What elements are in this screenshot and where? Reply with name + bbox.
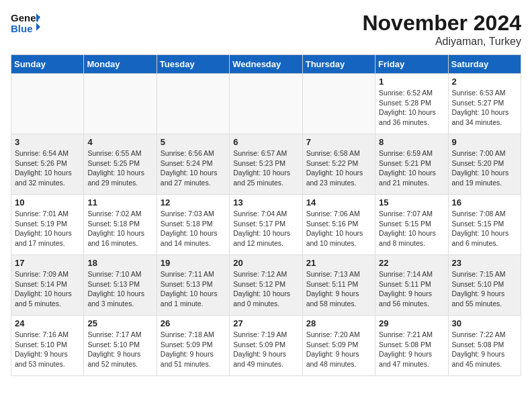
svg-text:Blue: Blue <box>11 23 33 34</box>
day-info: Sunrise: 7:09 AM Sunset: 5:14 PM Dayligh… <box>15 269 80 309</box>
day-info: Sunrise: 6:54 AM Sunset: 5:26 PM Dayligh… <box>15 148 80 188</box>
weekday-header-tuesday: Tuesday <box>157 55 229 74</box>
day-number: 22 <box>379 258 444 268</box>
day-info: Sunrise: 6:52 AM Sunset: 5:28 PM Dayligh… <box>379 88 444 128</box>
day-number: 27 <box>233 318 298 328</box>
calendar-cell: 7Sunrise: 6:58 AM Sunset: 5:22 PM Daylig… <box>302 134 375 195</box>
day-number: 16 <box>452 197 517 208</box>
day-info: Sunrise: 7:07 AM Sunset: 5:15 PM Dayligh… <box>379 209 444 248</box>
day-info: Sunrise: 7:19 AM Sunset: 5:09 PM Dayligh… <box>233 330 298 369</box>
day-info: Sunrise: 7:02 AM Sunset: 5:18 PM Dayligh… <box>87 209 152 248</box>
calendar-cell: 30Sunrise: 7:22 AM Sunset: 5:08 PM Dayli… <box>448 316 521 376</box>
day-number: 3 <box>15 137 80 147</box>
day-info: Sunrise: 7:03 AM Sunset: 5:18 PM Dayligh… <box>161 209 226 248</box>
day-info: Sunrise: 7:11 AM Sunset: 5:13 PM Dayligh… <box>161 269 226 309</box>
calendar-cell <box>157 74 229 134</box>
week-row-2: 3Sunrise: 6:54 AM Sunset: 5:26 PM Daylig… <box>11 134 521 195</box>
weekday-header-friday: Friday <box>375 55 448 74</box>
day-number: 7 <box>306 137 371 147</box>
calendar-table: SundayMondayTuesdayWednesdayThursdayFrid… <box>11 54 521 376</box>
calendar-cell <box>84 74 157 134</box>
svg-marker-3 <box>36 23 40 31</box>
calendar-cell: 26Sunrise: 7:18 AM Sunset: 5:09 PM Dayli… <box>157 316 229 376</box>
calendar-cell: 8Sunrise: 6:59 AM Sunset: 5:21 PM Daylig… <box>375 134 448 195</box>
title-area: November 2024 Adiyaman, Turkey <box>362 11 521 48</box>
day-info: Sunrise: 7:18 AM Sunset: 5:09 PM Dayligh… <box>161 330 226 369</box>
svg-text:General: General <box>11 12 40 24</box>
day-number: 1 <box>379 77 444 87</box>
day-number: 14 <box>306 197 371 208</box>
calendar-cell: 3Sunrise: 6:54 AM Sunset: 5:26 PM Daylig… <box>11 134 84 195</box>
calendar-cell: 28Sunrise: 7:20 AM Sunset: 5:09 PM Dayli… <box>302 316 375 376</box>
day-number: 6 <box>233 137 298 147</box>
day-info: Sunrise: 6:58 AM Sunset: 5:22 PM Dayligh… <box>306 148 371 188</box>
day-info: Sunrise: 7:01 AM Sunset: 5:19 PM Dayligh… <box>15 209 80 248</box>
calendar-cell: 10Sunrise: 7:01 AM Sunset: 5:19 PM Dayli… <box>11 195 84 255</box>
calendar-cell: 9Sunrise: 7:00 AM Sunset: 5:20 PM Daylig… <box>448 134 521 195</box>
day-number: 26 <box>161 318 226 328</box>
week-row-1: 1Sunrise: 6:52 AM Sunset: 5:28 PM Daylig… <box>11 74 521 134</box>
calendar-cell: 12Sunrise: 7:03 AM Sunset: 5:18 PM Dayli… <box>157 195 229 255</box>
calendar-cell: 6Sunrise: 6:57 AM Sunset: 5:23 PM Daylig… <box>230 134 302 195</box>
week-row-5: 24Sunrise: 7:16 AM Sunset: 5:10 PM Dayli… <box>11 316 521 376</box>
weekday-header-wednesday: Wednesday <box>230 55 302 74</box>
calendar-cell: 29Sunrise: 7:21 AM Sunset: 5:08 PM Dayli… <box>375 316 448 376</box>
day-number: 28 <box>306 318 371 328</box>
day-number: 25 <box>87 318 152 328</box>
calendar-cell <box>302 74 375 134</box>
calendar-cell: 27Sunrise: 7:19 AM Sunset: 5:09 PM Dayli… <box>230 316 302 376</box>
day-number: 11 <box>87 197 152 208</box>
calendar-cell: 1Sunrise: 6:52 AM Sunset: 5:28 PM Daylig… <box>375 74 448 134</box>
calendar-cell: 24Sunrise: 7:16 AM Sunset: 5:10 PM Dayli… <box>11 316 84 376</box>
day-info: Sunrise: 6:57 AM Sunset: 5:23 PM Dayligh… <box>233 148 298 188</box>
day-number: 19 <box>161 258 226 268</box>
day-number: 23 <box>452 258 517 268</box>
day-number: 18 <box>87 258 152 268</box>
day-info: Sunrise: 7:13 AM Sunset: 5:11 PM Dayligh… <box>306 269 371 309</box>
weekday-header-monday: Monday <box>84 55 157 74</box>
weekday-header-row: SundayMondayTuesdayWednesdayThursdayFrid… <box>11 55 521 74</box>
day-number: 21 <box>306 258 371 268</box>
day-number: 17 <box>15 258 80 268</box>
day-number: 13 <box>233 197 298 208</box>
day-info: Sunrise: 7:22 AM Sunset: 5:08 PM Dayligh… <box>452 330 517 369</box>
day-info: Sunrise: 7:08 AM Sunset: 5:15 PM Dayligh… <box>452 209 517 248</box>
day-number: 15 <box>379 197 444 208</box>
weekday-header-saturday: Saturday <box>448 55 521 74</box>
weekday-header-thursday: Thursday <box>302 55 375 74</box>
page-header: General Blue November 2024 Adiyaman, Tur… <box>11 11 521 48</box>
calendar-cell: 11Sunrise: 7:02 AM Sunset: 5:18 PM Dayli… <box>84 195 157 255</box>
calendar-cell: 2Sunrise: 6:53 AM Sunset: 5:27 PM Daylig… <box>448 74 521 134</box>
calendar-cell: 15Sunrise: 7:07 AM Sunset: 5:15 PM Dayli… <box>375 195 448 255</box>
calendar-cell <box>230 74 302 134</box>
day-number: 30 <box>452 318 517 328</box>
calendar-cell: 14Sunrise: 7:06 AM Sunset: 5:16 PM Dayli… <box>302 195 375 255</box>
day-number: 24 <box>15 318 80 328</box>
day-info: Sunrise: 7:16 AM Sunset: 5:10 PM Dayligh… <box>15 330 80 369</box>
day-info: Sunrise: 7:17 AM Sunset: 5:10 PM Dayligh… <box>87 330 152 369</box>
calendar-cell: 13Sunrise: 7:04 AM Sunset: 5:17 PM Dayli… <box>230 195 302 255</box>
day-info: Sunrise: 7:00 AM Sunset: 5:20 PM Dayligh… <box>452 148 517 188</box>
day-info: Sunrise: 7:10 AM Sunset: 5:13 PM Dayligh… <box>87 269 152 309</box>
calendar-cell: 16Sunrise: 7:08 AM Sunset: 5:15 PM Dayli… <box>448 195 521 255</box>
location-title: Adiyaman, Turkey <box>362 36 521 48</box>
calendar-cell: 4Sunrise: 6:55 AM Sunset: 5:25 PM Daylig… <box>84 134 157 195</box>
day-info: Sunrise: 7:20 AM Sunset: 5:09 PM Dayligh… <box>306 330 371 369</box>
calendar-cell <box>11 74 84 134</box>
day-number: 12 <box>161 197 226 208</box>
day-info: Sunrise: 7:14 AM Sunset: 5:11 PM Dayligh… <box>379 269 444 309</box>
month-title: November 2024 <box>362 11 521 36</box>
calendar-cell: 20Sunrise: 7:12 AM Sunset: 5:12 PM Dayli… <box>230 255 302 316</box>
day-info: Sunrise: 7:04 AM Sunset: 5:17 PM Dayligh… <box>233 209 298 248</box>
day-number: 5 <box>161 137 226 147</box>
day-info: Sunrise: 7:06 AM Sunset: 5:16 PM Dayligh… <box>306 209 371 248</box>
calendar-cell: 19Sunrise: 7:11 AM Sunset: 5:13 PM Dayli… <box>157 255 229 316</box>
day-info: Sunrise: 7:12 AM Sunset: 5:12 PM Dayligh… <box>233 269 298 309</box>
day-info: Sunrise: 6:53 AM Sunset: 5:27 PM Dayligh… <box>452 88 517 128</box>
day-number: 29 <box>379 318 444 328</box>
week-row-3: 10Sunrise: 7:01 AM Sunset: 5:19 PM Dayli… <box>11 195 521 255</box>
day-info: Sunrise: 6:59 AM Sunset: 5:21 PM Dayligh… <box>379 148 444 188</box>
week-row-4: 17Sunrise: 7:09 AM Sunset: 5:14 PM Dayli… <box>11 255 521 316</box>
logo: General Blue <box>11 11 40 38</box>
calendar-cell: 23Sunrise: 7:15 AM Sunset: 5:10 PM Dayli… <box>448 255 521 316</box>
